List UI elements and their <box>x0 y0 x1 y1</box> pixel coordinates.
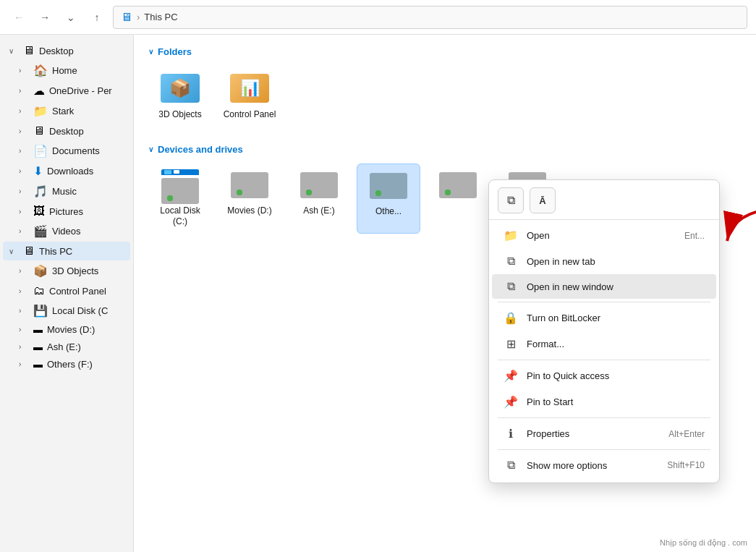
ctx-divider-3 <box>498 417 710 418</box>
sidebar-item-desktop2[interactable]: › 🖥 Desktop <box>3 122 130 140</box>
ash-icon: ▬ <box>33 341 43 352</box>
sidebar-item-downloads[interactable]: › ⬇ Downloads <box>3 161 130 181</box>
bitlocker-icon: 🔒 <box>504 311 518 325</box>
pin-start-icon: 📌 <box>504 395 518 409</box>
devices-section-header: ∨ Devices and drives <box>148 144 742 155</box>
ctx-divider-1 <box>498 302 710 302</box>
sidebar-label: Ash (E:) <box>47 341 81 352</box>
ctx-more-options-shortcut: Shift+F10 <box>667 460 705 470</box>
expand-icon: › <box>19 343 29 351</box>
sidebar-label: Desktop <box>49 126 84 137</box>
pc-icon: 🖥 <box>121 11 132 24</box>
sidebar-item-onedrive[interactable]: › ☁ OneDrive - Per <box>3 81 130 101</box>
ctx-properties-label: Properties <box>527 428 660 439</box>
sidebar-label: Control Panel <box>49 286 106 297</box>
address-text: This PC <box>144 12 177 22</box>
expand-icon: › <box>19 227 29 235</box>
sidebar-label: Home <box>52 65 77 76</box>
others-icon: ▬ <box>33 359 43 370</box>
downloads-icon: ⬇ <box>33 164 43 178</box>
ctx-bitlocker[interactable]: 🔒 Turn on BitLocker <box>492 305 716 331</box>
open-tab-icon: ⧉ <box>504 255 518 268</box>
drive-name-localdisk: Local Disk(C:) <box>160 205 200 228</box>
sidebar-label: Desktop <box>39 46 74 56</box>
sidebar-item-ash[interactable]: › ▬ Ash (E:) <box>3 339 130 355</box>
drive-item-movies[interactable]: Movies (D:) <box>218 164 281 234</box>
expand-icon: › <box>19 107 29 115</box>
sidebar-item-controlpanel[interactable]: › 🗂 Control Panel <box>3 281 130 300</box>
ctx-divider-2 <box>498 360 710 360</box>
sidebar-item-pictures[interactable]: › 🖼 Pictures <box>3 202 130 221</box>
sidebar-item-localdisk[interactable]: › 💾 Local Disk (C <box>3 301 130 320</box>
sidebar-item-music[interactable]: › 🎵 Music <box>3 182 130 201</box>
address-bar[interactable]: 🖥 › This PC <box>113 6 747 29</box>
expand-icon: › <box>19 127 29 135</box>
ctx-more-options[interactable]: ⧉ Show more options Shift+F10 <box>492 453 716 477</box>
folders-grid: 📦 3D Objects 📊 Control Panel <box>148 66 742 127</box>
recent-button[interactable]: ⌄ <box>61 7 81 27</box>
ctx-open-new-window[interactable]: ⧉ Open in new window <box>492 274 716 299</box>
main-layout: ∨ 🖥 Desktop › 🏠 Home › ☁ OneDrive - Per … <box>0 35 756 552</box>
ctx-more-options-label: Show more options <box>527 460 658 471</box>
drive-item-ash[interactable]: Ash (E:) <box>287 164 351 234</box>
sidebar-label: Videos <box>52 226 81 237</box>
expand-icon: › <box>19 67 29 75</box>
drive-name-others: Othe... <box>375 206 402 218</box>
more-options-icon: ⧉ <box>504 459 518 472</box>
ctx-properties[interactable]: ℹ Properties Alt+Enter <box>492 421 716 446</box>
ctx-open[interactable]: 📁 Open Ent... <box>492 223 716 248</box>
content-area: ∨ Folders 📦 3D Objects 📊 Co <box>134 35 756 552</box>
folder-name-3dobjects: 3D Objects <box>158 109 201 121</box>
localdisk-icon: 💾 <box>33 304 48 318</box>
expand-icon: › <box>19 208 29 216</box>
folders-section-header: ∨ Folders <box>148 46 742 57</box>
ctx-pin-quick[interactable]: 📌 Pin to Quick access <box>492 363 716 388</box>
drive-item-5[interactable] <box>426 164 490 234</box>
folder-item-controlpanel[interactable]: 📊 Control Panel <box>218 66 281 127</box>
ctx-format[interactable]: ⊞ Format... <box>492 331 716 357</box>
movies-icon: ▬ <box>33 324 43 335</box>
sidebar-item-stark[interactable]: › 📁 Stark <box>3 101 130 121</box>
up-button[interactable]: ↑ <box>87 7 107 27</box>
expand-icon: › <box>19 167 29 175</box>
chevron-icon: ∨ <box>148 145 153 153</box>
sidebar-label: OneDrive - Per <box>49 85 112 96</box>
ctx-open-new-tab[interactable]: ⧉ Open in new tab <box>492 249 716 273</box>
sidebar-item-videos[interactable]: › 🎬 Videos <box>3 221 130 241</box>
drive-item-localdisk[interactable]: Local Disk(C:) <box>148 164 212 234</box>
rename-icon-button[interactable]: Ā <box>530 187 556 213</box>
ctx-pin-start[interactable]: 📌 Pin to Start <box>492 389 716 415</box>
sidebar: ∨ 🖥 Desktop › 🏠 Home › ☁ OneDrive - Per … <box>0 35 134 552</box>
expand-icon: ∨ <box>9 247 19 255</box>
expand-icon: › <box>19 360 29 368</box>
sidebar-label: Local Disk (C <box>52 305 108 316</box>
desktop2-icon: 🖥 <box>33 124 45 137</box>
sidebar-item-desktop[interactable]: ∨ 🖥 Desktop <box>3 41 130 60</box>
folders-label: Folders <box>158 46 192 57</box>
sidebar-item-home[interactable]: › 🏠 Home <box>3 61 130 80</box>
sidebar-label: Movies (D:) <box>47 324 95 335</box>
open-window-icon: ⧉ <box>504 280 518 293</box>
chevron-icon: ∨ <box>148 48 153 56</box>
sidebar-label: Others (F:) <box>47 359 93 370</box>
back-button[interactable]: ← <box>9 7 29 27</box>
sidebar-item-thispc[interactable]: ∨ 🖥 This PC <box>3 242 130 260</box>
music-icon: 🎵 <box>33 184 48 198</box>
sidebar-label: Stark <box>52 106 74 116</box>
context-menu: ⧉ Ā 📁 Open Ent... ⧉ Open in new tab ⧉ Op… <box>488 179 720 483</box>
sidebar-item-documents[interactable]: › 📄 Documents <box>3 141 130 161</box>
copy-icon-button[interactable]: ⧉ <box>498 187 524 213</box>
expand-icon: › <box>19 326 29 334</box>
folder-item-3dobjects[interactable]: 📦 3D Objects <box>148 66 212 127</box>
sidebar-item-movies[interactable]: › ▬ Movies (D:) <box>3 321 130 338</box>
forward-button[interactable]: → <box>35 7 55 27</box>
drive-icon-ash <box>300 169 338 201</box>
ctx-format-label: Format... <box>527 339 705 349</box>
sidebar-item-others[interactable]: › ▬ Others (F:) <box>3 356 130 373</box>
drive-icon-others <box>370 170 407 202</box>
drive-item-others[interactable]: Othe... <box>357 164 420 234</box>
ctx-pin-start-label: Pin to Start <box>527 396 705 407</box>
sidebar-item-3dobjects[interactable]: › 📦 3D Objects <box>3 261 130 281</box>
3dobjects-icon: 📦 <box>33 264 48 278</box>
sidebar-label: 3D Objects <box>52 266 98 276</box>
